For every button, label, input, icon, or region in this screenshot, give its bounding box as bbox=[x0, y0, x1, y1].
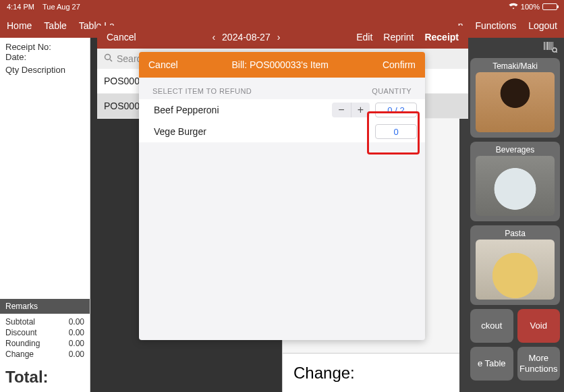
svg-rect-3 bbox=[549, 42, 550, 50]
date-label: Date: bbox=[5, 52, 84, 62]
category-tile-beverages[interactable]: Beverages bbox=[470, 142, 560, 221]
etable-button-partial[interactable]: e Table bbox=[470, 347, 513, 381]
stepper-minus-button[interactable]: − bbox=[332, 103, 351, 117]
category-image bbox=[476, 240, 555, 300]
status-left: 4:14 PM Tue Aug 27 bbox=[7, 3, 80, 11]
battery-icon bbox=[542, 3, 557, 10]
select-item-header: SELECT ITEM TO REFUND bbox=[152, 87, 252, 95]
change-label-small: Change bbox=[5, 349, 34, 359]
remarks-header: Remarks bbox=[0, 299, 90, 314]
refund-title: Bill: POS000033's Item bbox=[232, 59, 329, 70]
subtotal-value: 0.00 bbox=[69, 317, 84, 327]
refund-item-row: Vege Burger 0 bbox=[139, 121, 425, 142]
nav-functions[interactable]: Functions bbox=[475, 20, 516, 31]
date-prev-icon[interactable]: ‹ bbox=[212, 32, 215, 43]
status-time: 4:14 PM bbox=[7, 3, 34, 11]
stepper-plus-button[interactable]: + bbox=[351, 103, 370, 117]
status-date: Tue Aug 27 bbox=[43, 3, 80, 11]
rounding-value: 0.00 bbox=[69, 339, 84, 348]
svg-rect-4 bbox=[551, 42, 552, 50]
qty-desc-label: Qty Description bbox=[5, 65, 84, 75]
receipt-left-panel: Receipt No: Date: Qty Description Remark… bbox=[0, 38, 90, 392]
category-tile-pasta[interactable]: Pasta bbox=[470, 225, 560, 305]
quantity-value: 0 bbox=[393, 127, 398, 137]
svg-rect-1 bbox=[546, 42, 546, 50]
quantity-box[interactable]: 0 bbox=[375, 124, 417, 139]
svg-line-9 bbox=[110, 59, 112, 61]
refund-item-row: Beef Pepperoni − + 0 / 2 bbox=[139, 99, 425, 121]
discount-label: Discount bbox=[5, 328, 37, 337]
total-label: Total: bbox=[0, 362, 90, 392]
discount-value: 0.00 bbox=[69, 328, 84, 337]
checkout-label-partial: ckout bbox=[481, 320, 502, 331]
void-label: Void bbox=[530, 320, 547, 331]
refund-cancel-button[interactable]: Cancel bbox=[148, 59, 178, 70]
svg-rect-2 bbox=[547, 42, 548, 50]
battery-text: 100% bbox=[521, 3, 540, 11]
quantity-header: QUANTITY bbox=[372, 87, 412, 95]
barcode-icon[interactable] bbox=[470, 42, 560, 54]
checkout-button-partial[interactable]: ckout bbox=[470, 309, 513, 343]
search-icon bbox=[104, 53, 113, 64]
receipt-no-label: Receipt No: bbox=[5, 42, 84, 52]
category-image bbox=[476, 156, 555, 216]
nav-logout[interactable]: Logout bbox=[528, 20, 557, 31]
refund-item-name: Vege Burger bbox=[154, 126, 375, 137]
svg-line-7 bbox=[556, 51, 557, 53]
category-label: Pasta bbox=[505, 225, 526, 240]
more-functions-label: More Functions bbox=[519, 353, 557, 374]
quantity-stepper: − + bbox=[332, 103, 370, 117]
category-image bbox=[476, 72, 555, 132]
receipt-date[interactable]: 2024-08-27 bbox=[222, 32, 271, 43]
receipt-tab[interactable]: Receipt bbox=[424, 32, 459, 43]
reprint-button[interactable]: Reprint bbox=[383, 32, 414, 43]
void-button[interactable]: Void bbox=[517, 309, 561, 343]
nav-table[interactable]: Table bbox=[44, 20, 66, 31]
quantity-box[interactable]: 0 / 2 bbox=[375, 103, 417, 117]
receipt-cancel[interactable]: Cancel bbox=[107, 32, 136, 43]
status-right: 100% bbox=[509, 3, 557, 11]
quantity-value: 0 / 2 bbox=[387, 105, 404, 115]
nav-home[interactable]: Home bbox=[7, 20, 32, 31]
refund-confirm-button[interactable]: Confirm bbox=[383, 59, 416, 70]
svg-point-8 bbox=[105, 55, 111, 60]
category-sidebar: Temaki/Maki Beverages Pasta ckout Void e… bbox=[466, 38, 564, 392]
svg-rect-0 bbox=[544, 42, 545, 50]
refund-item-name: Beef Pepperoni bbox=[154, 105, 332, 115]
wifi-icon bbox=[509, 3, 518, 11]
subtotal-label: Subtotal bbox=[5, 317, 35, 327]
category-label: Beverages bbox=[496, 142, 534, 156]
date-next-icon[interactable]: › bbox=[277, 32, 281, 43]
status-bar: 4:14 PM Tue Aug 27 100% bbox=[0, 0, 564, 13]
change-value-small: 0.00 bbox=[69, 349, 84, 359]
refund-dialog: Cancel Bill: POS000033's Item Confirm SE… bbox=[139, 52, 425, 340]
category-tile-temaki[interactable]: Temaki/Maki bbox=[470, 58, 560, 138]
category-label: Temaki/Maki bbox=[492, 58, 538, 72]
edit-button[interactable]: Edit bbox=[356, 32, 372, 43]
rounding-label: Rounding bbox=[5, 339, 40, 348]
etable-label-partial: e Table bbox=[478, 358, 506, 369]
more-functions-button[interactable]: More Functions bbox=[517, 347, 561, 381]
